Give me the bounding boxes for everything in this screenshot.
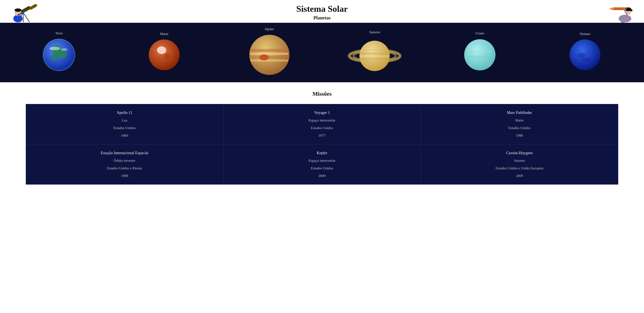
- planet-name-marte: Marte: [160, 32, 168, 36]
- mission-card-4[interactable]: Kepler Espaço interestelar Estados Unido…: [223, 144, 421, 184]
- svg-point-48: [578, 53, 585, 58]
- mission-year: 2009: [425, 174, 614, 178]
- svg-point-7: [14, 8, 21, 12]
- svg-rect-31: [250, 49, 288, 52]
- mission-country: Estados Unidos e Rússia: [30, 166, 219, 170]
- planet-name-urano: Urano: [476, 31, 484, 35]
- mission-name: Apollo 11: [30, 111, 219, 115]
- svg-rect-40: [360, 52, 389, 54]
- mission-destination: Saturno: [425, 158, 614, 163]
- svg-point-46: [466, 56, 494, 58]
- planet-item-marte[interactable]: Marte: [112, 32, 217, 71]
- page-subtitle: Planetas: [0, 15, 644, 21]
- mission-destination: Espaço interestelar: [228, 158, 416, 163]
- missions-title: Missões: [25, 91, 619, 97]
- planet-list: Terra Ma: [0, 27, 644, 76]
- mission-country: Estados Unidos: [228, 166, 416, 170]
- svg-point-26: [157, 46, 166, 54]
- svg-rect-17: [621, 19, 624, 23]
- svg-point-45: [467, 50, 492, 53]
- svg-rect-33: [250, 56, 288, 58]
- mission-year: 1977: [228, 134, 416, 138]
- mission-name: Cassini-Huygens: [425, 151, 614, 155]
- missions-grid: Apollo 11 Lua Estados Unidos 1960 Voyage…: [25, 104, 619, 185]
- svg-point-28: [156, 56, 163, 61]
- mission-card-0[interactable]: Apollo 11 Lua Estados Unidos 1960: [26, 104, 223, 144]
- astronomer-left-illustration: [6, 0, 44, 23]
- planet-name-netuno: Netuno: [580, 32, 590, 36]
- svg-point-25: [149, 39, 180, 70]
- page-title: Sistema Solar: [0, 4, 644, 14]
- svg-rect-32: [250, 53, 288, 55]
- planet-name-terra: Terra: [55, 31, 62, 35]
- svg-point-44: [464, 39, 496, 70]
- svg-point-35: [260, 54, 269, 60]
- svg-point-22: [50, 47, 60, 50]
- mission-name: Estação Internacional Espacial: [30, 151, 219, 155]
- planet-item-jupiter[interactable]: Júpiter: [217, 27, 322, 76]
- mission-name: Kepler: [228, 151, 416, 155]
- svg-rect-41: [360, 55, 389, 57]
- mission-destination: Lua: [30, 118, 219, 123]
- svg-rect-14: [610, 8, 614, 10]
- planet-item-saturno[interactable]: Saturno: [322, 30, 427, 73]
- mission-destination: Órbita terrestre: [30, 158, 219, 163]
- svg-point-27: [164, 54, 170, 59]
- planet-name-saturno: Saturno: [369, 30, 380, 34]
- mission-card-2[interactable]: Mars Pathfinder Marte Estados Unidos 199…: [421, 104, 618, 144]
- mission-card-1[interactable]: Voyager 1 Espaço interestelar Estados Un…: [223, 104, 421, 144]
- svg-point-15: [625, 7, 627, 9]
- planet-item-terra[interactable]: Terra: [6, 31, 112, 72]
- mission-country: Estados Unidos: [30, 126, 219, 130]
- mission-name: Voyager 1: [228, 111, 416, 115]
- svg-point-23: [61, 48, 68, 51]
- mission-card-3[interactable]: Estação Internacional Espacial Órbita te…: [26, 144, 223, 184]
- planet-item-netuno[interactable]: Netuno: [532, 32, 638, 71]
- mission-year: 1996: [425, 134, 614, 138]
- svg-point-21: [51, 57, 56, 61]
- page-header: Sistema Solar Planetas: [0, 0, 644, 23]
- planet-strip[interactable]: Terra Ma: [0, 23, 644, 82]
- mission-year: 2009: [228, 174, 416, 178]
- svg-point-50: [582, 58, 590, 62]
- svg-point-29: [166, 50, 172, 53]
- svg-rect-42: [360, 58, 389, 60]
- mission-country: Estados Unidos: [425, 126, 614, 130]
- mission-name: Mars Pathfinder: [425, 111, 614, 115]
- svg-point-9: [619, 15, 631, 22]
- svg-rect-34: [250, 59, 288, 62]
- mission-year: 1960: [30, 134, 219, 138]
- planet-name-jupiter: Júpiter: [264, 27, 274, 31]
- mission-country: Estados Unidos: [228, 126, 416, 130]
- astronomer-right-illustration: [608, 0, 638, 23]
- svg-line-2: [23, 13, 30, 22]
- mission-destination: Marte: [425, 118, 614, 123]
- mission-card-5[interactable]: Cassini-Huygens Saturno Estados Unidos e…: [421, 144, 618, 184]
- missions-section: Missões Apollo 11 Lua Estados Unidos 196…: [0, 82, 644, 193]
- mission-destination: Espaço interestelar: [228, 118, 416, 123]
- planet-item-urano[interactable]: Urano: [427, 31, 532, 72]
- mission-country: Estados Unidos e União Europeia: [425, 166, 614, 170]
- mission-year: 1998: [30, 174, 219, 178]
- svg-point-49: [586, 51, 592, 54]
